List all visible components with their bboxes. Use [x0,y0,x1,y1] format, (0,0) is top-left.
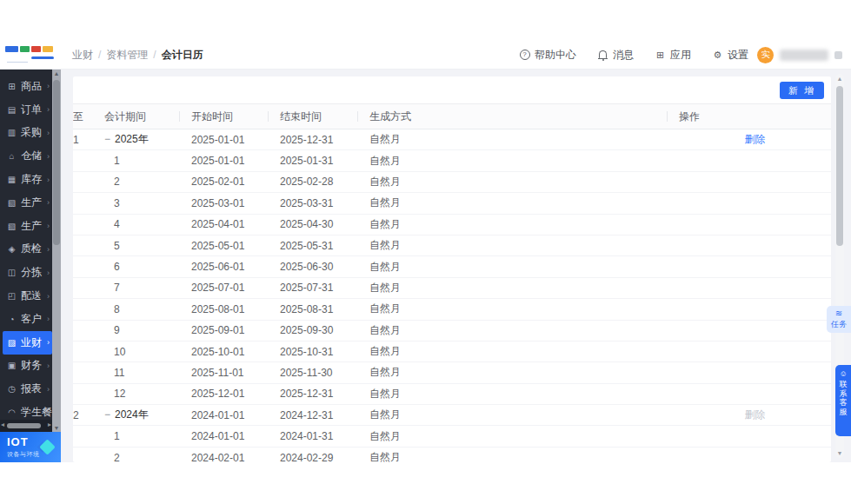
sidebar-item-inventory[interactable]: ▦库存› [0,168,52,191]
tasks-float-tab[interactable]: ≋ 任务 [827,306,851,333]
sidebar-item-purchase[interactable]: ▥采购› [0,122,52,145]
cell-generation-method: 自然月 [369,150,679,171]
scroll-down-icon[interactable]: ▼ [52,425,61,431]
sidebar-item-production-2[interactable]: ▧生产› [0,215,52,238]
cell-period: 8 [104,299,191,320]
sidebar-item-label: 商品 [21,79,42,94]
topnav-settings[interactable]: ⚙设置 [712,48,748,63]
bell-icon [597,50,608,61]
breadcrumb-item[interactable]: 业财 [72,48,93,63]
sidebar-item-goods[interactable]: ⊞商品› [0,75,52,98]
cell-period: −2024年 [104,405,191,426]
topnav-apps[interactable]: ⊞应用 [655,48,691,63]
top-bar: 业财/资料管理/会计日历 ?帮助中心消息⊞应用⚙设置 实 [0,41,851,70]
logo-bar-yellow [43,46,53,52]
cell-start-date: 2025-05-01 [191,235,280,255]
sidebar-item-finance[interactable]: ▣财务› [0,355,52,378]
warehouse-icon: ⌂ [6,151,17,161]
sidebar-horizontal-scrollbar[interactable]: ◂ ▸ [0,420,52,432]
sidebar-item-label: 采购 [21,125,42,140]
iot-subtitle: 设备与环境 [7,450,40,459]
breadcrumb-item[interactable]: 资料管理 [106,48,148,63]
period-label: 2 [104,452,120,462]
cell-start-date: 2024-01-01 [191,426,280,447]
delete-link[interactable]: 删除 [745,133,766,145]
contact-support-float-tab[interactable]: ☺ 联系客服 [835,365,851,436]
sidebar-item-delivery[interactable]: ◰配送› [0,284,52,308]
chevron-right-icon: › [47,105,50,114]
sidebar-item-label: 生产 [21,219,42,234]
gear-icon: ⚙ [712,50,723,61]
user-box[interactable]: 实 [757,41,842,69]
chevron-right-icon: › [47,385,50,394]
cell-seq [73,341,104,361]
sidebar: ⊞商品›▤订单›▥采购›⌂仓储›▦库存›▧生产›▧生产›◈质检›◫分拣›◰配送›… [0,70,52,432]
cell-period: 10 [104,341,191,361]
cell-period: 3 [104,193,191,214]
sidebar-item-sorting[interactable]: ◫分拣› [0,261,52,284]
cell-start-date: 2025-11-01 [191,362,280,383]
cell-start-date: 2025-01-01 [191,129,280,150]
sidebar-item-label: 生产 [21,196,42,210]
customers-icon: ◔ [6,315,17,324]
topnav-messages[interactable]: 消息 [597,48,634,63]
cell-actions [679,277,831,298]
sidebar-item-label: 财务 [21,358,42,373]
sidebar-scrollbar-thumb[interactable] [53,80,60,245]
sidebar-item-customers[interactable]: ◔客户› [0,308,52,331]
cell-actions [679,171,831,192]
collapse-icon[interactable] [834,51,842,59]
cell-period: 7 [104,277,191,298]
cell-actions [679,341,831,361]
avatar[interactable]: 实 [757,47,774,63]
cell-seq [73,150,104,171]
cell-actions [679,383,831,404]
cell-period: 2 [104,447,191,462]
cell-end-date: 2024-12-31 [280,405,369,426]
cell-end-date: 2025-07-31 [280,277,369,298]
sidebar-item-quality-check[interactable]: ◈质检› [0,238,52,262]
scroll-right-icon[interactable]: ▸ [48,421,51,428]
delivery-icon: ◰ [6,291,17,301]
collapse-toggle-icon[interactable]: − [104,408,115,421]
table-row-year: 2−2024年2024-01-012024-12-31自然月删除 [73,405,831,426]
iot-module-banner[interactable]: IOT 设备与环境 [0,432,61,462]
chevron-right-icon: › [47,198,50,207]
table-header-row: 至会计期间开始时间结束时间生成方式操作 [73,104,831,129]
cell-actions [679,447,831,462]
sidebar-item-business-finance[interactable]: ▨业财› [3,331,52,355]
main-scrollbar-thumb[interactable] [836,86,843,246]
sidebar-vertical-scrollbar[interactable]: ▲ ▼ [52,70,61,432]
cell-period: −2025年 [104,129,191,150]
scroll-down-icon[interactable]: ▼ [835,450,844,456]
sidebar-hscrollbar-thumb[interactable] [7,423,41,428]
chevron-right-icon: › [47,408,50,417]
sidebar-item-warehouse[interactable]: ⌂仓储› [0,144,52,168]
scroll-left-icon[interactable]: ◂ [1,421,4,428]
logo-bar-green [20,46,30,52]
cell-actions: 删除 [679,129,831,150]
scroll-up-icon[interactable]: ▲ [835,76,844,82]
sidebar-item-label: 业财 [21,335,42,350]
sidebar-item-production-1[interactable]: ▧生产› [0,191,52,215]
cell-actions [679,256,831,277]
topnav-label: 消息 [613,48,634,63]
column-header: 会计期间 [104,104,191,129]
sidebar-item-reports[interactable]: ◷报表› [0,377,52,401]
topnav-help-center[interactable]: ?帮助中心 [519,48,576,63]
cell-seq [73,320,104,341]
scroll-up-icon[interactable]: ▲ [52,70,61,76]
cell-end-date: 2025-09-30 [280,320,369,341]
cell-seq [73,383,104,404]
cell-end-date: 2025-06-30 [280,256,369,277]
cell-start-date: 2025-08-01 [191,299,280,320]
sidebar-item-orders[interactable]: ▤订单› [0,98,52,122]
sidebar-item-label: 客户 [21,312,42,327]
cell-end-date: 2025-04-30 [280,214,369,235]
cell-end-date: 2025-08-31 [280,299,369,320]
collapse-toggle-icon[interactable]: − [104,133,115,145]
add-button[interactable]: 新 增 [780,82,824,99]
accounting-calendar-card: 新 增 至会计期间开始时间结束时间生成方式操作 1−2025年2025-01-0… [73,76,831,462]
period-label: 5 [104,240,120,252]
period-label: 1 [104,155,120,167]
